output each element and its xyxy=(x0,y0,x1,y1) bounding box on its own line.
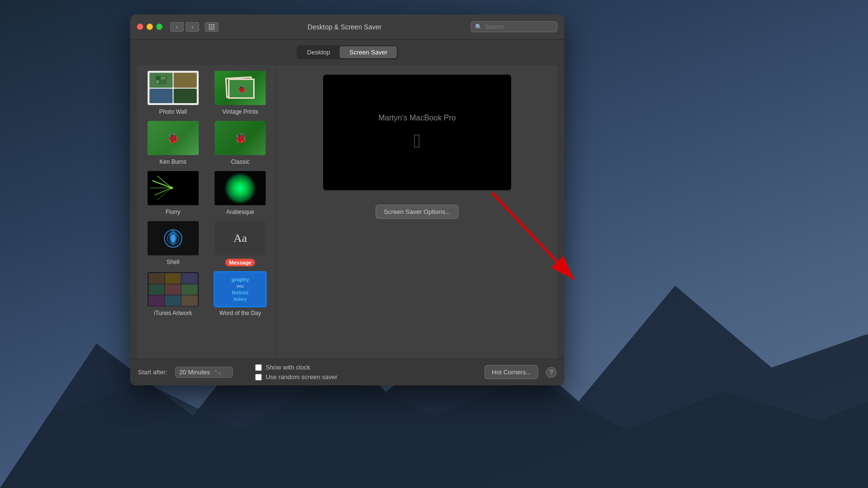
saver-item-itunes[interactable]: iTunes Artwork xyxy=(142,271,204,317)
start-after-label: Start after: xyxy=(138,369,167,376)
maximize-button[interactable] xyxy=(156,24,163,30)
saver-thumb-arabesque xyxy=(214,170,267,206)
svg-point-23 xyxy=(171,235,176,242)
svg-point-20 xyxy=(170,186,173,189)
message-badge: Message xyxy=(225,259,255,266)
saver-label-classic: Classic xyxy=(231,158,250,165)
minimize-button[interactable] xyxy=(147,24,153,30)
show-with-clock-row[interactable]: Show with clock xyxy=(255,364,477,371)
saver-item-vintage-prints[interactable]: 🐞 Vintage Prints xyxy=(209,70,272,115)
svg-marker-1 xyxy=(0,372,868,488)
saver-thumb-classic: 🐞 xyxy=(214,120,267,156)
saver-item-flurry[interactable]: Flurry xyxy=(142,170,204,215)
screen-saver-options-button[interactable]: Screen Saver Options... xyxy=(376,205,459,219)
nav-buttons: ‹ › xyxy=(170,22,199,32)
show-with-clock-checkbox[interactable] xyxy=(255,364,262,371)
search-icon: 🔍 xyxy=(475,24,482,30)
svg-rect-9 xyxy=(211,28,213,30)
saver-label-itunes: iTunes Artwork xyxy=(154,310,192,317)
svg-rect-10 xyxy=(213,28,215,30)
saver-thumb-shell xyxy=(147,220,200,256)
svg-line-18 xyxy=(157,176,172,188)
svg-rect-14 xyxy=(156,80,159,83)
use-random-label: Use random screen saver xyxy=(266,373,338,381)
tab-screen-saver[interactable]: Screen Saver xyxy=(339,46,397,58)
svg-rect-8 xyxy=(209,28,210,30)
saver-label-shell: Shell xyxy=(166,259,179,265)
svg-rect-6 xyxy=(211,26,213,27)
svg-rect-4 xyxy=(213,24,215,26)
screensaver-list: Photo Wall 🐞 Vintage Prints xyxy=(137,65,277,358)
use-random-checkbox[interactable] xyxy=(255,374,262,381)
tabs-bar: Desktop Screen Saver xyxy=(130,40,564,65)
saver-label-arabesque: Arabesque xyxy=(226,209,254,215)
saver-thumb-message: Aa xyxy=(214,220,267,256)
content-area: Photo Wall 🐞 Vintage Prints xyxy=(137,65,557,358)
saver-label-kenburns: Ken Burns xyxy=(160,158,187,165)
chevron-up-down-icon: ⌃⌄ xyxy=(214,369,221,375)
svg-rect-3 xyxy=(211,24,213,26)
svg-rect-12 xyxy=(156,77,160,79)
start-after-value: 20 Minutes xyxy=(179,369,210,376)
bottom-bar: Start after: 20 Minutes ⌃⌄ Show with clo… xyxy=(130,358,564,385)
tab-group: Desktop Screen Saver xyxy=(297,45,398,59)
tab-desktop[interactable]: Desktop xyxy=(298,46,340,58)
svg-rect-2 xyxy=(209,24,210,26)
saver-item-message[interactable]: Aa Message xyxy=(209,220,272,266)
hot-corners-button[interactable]: Hot Corners... xyxy=(485,365,538,379)
saver-item-shell[interactable]: Shell xyxy=(142,220,204,266)
search-input[interactable] xyxy=(485,23,552,30)
forward-button[interactable]: › xyxy=(186,22,199,32)
svg-line-15 xyxy=(152,181,172,188)
main-window: ‹ › Desktop & Screen Saver 🔍 Deskto xyxy=(130,14,564,385)
svg-rect-13 xyxy=(161,77,165,79)
svg-line-16 xyxy=(155,188,172,195)
saver-item-word-of-the-day[interactable]: graphy voc lexicos bulary Word of the Da… xyxy=(209,271,272,317)
traffic-lights xyxy=(137,24,163,30)
computer-name: Martyn's MacBook Pro xyxy=(379,114,456,122)
start-after-select[interactable]: 20 Minutes ⌃⌄ xyxy=(175,367,233,378)
saver-item-arabesque[interactable]: Arabesque xyxy=(209,170,272,215)
saver-label-word: Word of the Day xyxy=(219,310,261,317)
preview-area: Martyn's MacBook Pro  Screen Saver Opti… xyxy=(277,65,557,358)
saver-label-vintage: Vintage Prints xyxy=(222,108,258,115)
saver-item-ken-burns[interactable]: 🐞 Ken Burns xyxy=(142,120,204,165)
grid-button[interactable] xyxy=(205,22,218,32)
apple-logo-icon:  xyxy=(414,130,421,152)
use-random-row[interactable]: Use random screen saver xyxy=(255,373,477,381)
back-button[interactable]: ‹ xyxy=(170,22,184,32)
checkboxes: Show with clock Use random screen saver xyxy=(255,364,477,381)
show-with-clock-label: Show with clock xyxy=(266,364,310,371)
search-box[interactable]: 🔍 xyxy=(471,21,557,32)
saver-label-flurry: Flurry xyxy=(165,209,180,215)
saver-thumb-flurry xyxy=(147,170,200,206)
saver-item-photo-wall[interactable]: Photo Wall xyxy=(142,70,204,115)
saver-thumb-photo-wall xyxy=(147,70,200,106)
window-title: Desktop & Screen Saver xyxy=(224,23,465,31)
svg-line-19 xyxy=(157,188,172,200)
saver-label-photo-wall: Photo Wall xyxy=(159,108,187,115)
preview-screen: Martyn's MacBook Pro  xyxy=(323,75,511,190)
saver-item-classic[interactable]: 🐞 Classic xyxy=(209,120,272,165)
saver-thumb-vintage: 🐞 xyxy=(214,70,267,106)
saver-thumb-kenburns: 🐞 xyxy=(147,120,200,156)
saver-thumb-itunes xyxy=(147,271,200,307)
close-button[interactable] xyxy=(137,24,143,30)
svg-rect-7 xyxy=(213,26,215,27)
saver-thumb-word: graphy voc lexicos bulary xyxy=(214,271,267,307)
titlebar: ‹ › Desktop & Screen Saver 🔍 xyxy=(130,14,564,40)
svg-rect-5 xyxy=(209,26,210,27)
help-button[interactable]: ? xyxy=(546,367,556,378)
